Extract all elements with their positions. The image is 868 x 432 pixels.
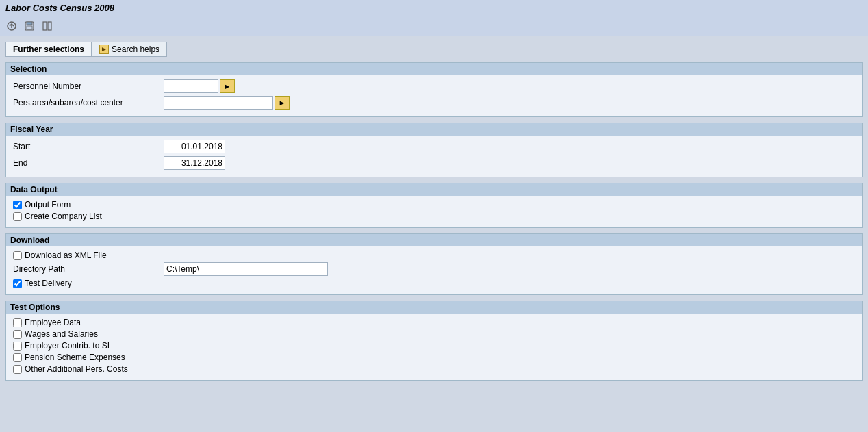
further-selections-label: Further selections — [13, 45, 84, 54]
download-body: Download as XML File Directory Path Test… — [6, 246, 862, 294]
output-form-checkbox[interactable] — [13, 201, 22, 209]
pers-area-label: Pers.area/subarea/cost center — [13, 98, 164, 107]
svg-rect-2 — [27, 22, 32, 25]
title-bar: Labor Costs Census 2008 — [0, 0, 868, 16]
fiscal-year-header: Fiscal Year — [6, 123, 862, 136]
search-helps-arrow-icon: ► — [99, 45, 109, 54]
test-delivery-row: Test Delivery — [13, 279, 855, 288]
fiscal-year-body: Start End — [6, 136, 862, 177]
output-form-row: Output Form — [13, 200, 855, 209]
download-xml-checkbox[interactable] — [13, 251, 22, 260]
pers-area-input[interactable] — [164, 96, 273, 110]
search-helps-button[interactable]: ► Search helps — [92, 42, 167, 57]
personnel-number-arrow-btn[interactable]: ► — [220, 79, 235, 93]
selection-body: Personnel Number ► Pers.area/subarea/cos… — [6, 75, 862, 116]
pension-scheme-checkbox[interactable] — [13, 353, 22, 362]
employee-data-checkbox[interactable] — [13, 318, 22, 327]
other-additional-checkbox[interactable] — [13, 365, 22, 374]
employee-data-label: Employee Data — [25, 318, 81, 327]
start-row: Start — [13, 140, 855, 153]
svg-rect-5 — [48, 22, 51, 30]
start-input[interactable] — [164, 140, 225, 153]
test-delivery-label: Test Delivery — [25, 279, 72, 288]
output-form-label: Output Form — [25, 200, 71, 209]
data-output-section: Data Output Output Form Create Company L… — [5, 183, 863, 228]
end-row: End — [13, 156, 855, 170]
data-output-body: Output Form Create Company List — [6, 196, 862, 227]
create-company-list-row: Create Company List — [13, 212, 855, 221]
other-additional-label: Other Additional Pers. Costs — [25, 364, 128, 374]
directory-path-input[interactable] — [164, 262, 328, 276]
download-xml-row: Download as XML File — [13, 251, 855, 260]
directory-path-label: Directory Path — [13, 264, 164, 274]
create-company-list-checkbox[interactable] — [13, 212, 22, 221]
download-header: Download — [6, 234, 862, 246]
create-company-list-label: Create Company List — [25, 212, 102, 221]
test-options-section: Test Options Employee Data Wages and Sal… — [5, 301, 863, 381]
directory-path-row: Directory Path — [13, 262, 855, 276]
pers-area-row: Pers.area/subarea/cost center ► — [13, 96, 855, 110]
employer-contrib-checkbox[interactable] — [13, 342, 22, 351]
further-selections-button[interactable]: Further selections — [5, 42, 92, 57]
page-title: Labor Costs Census 2008 — [5, 3, 114, 13]
other-additional-row: Other Additional Pers. Costs — [13, 364, 855, 374]
personnel-number-row: Personnel Number ► — [13, 79, 855, 93]
personnel-number-input[interactable] — [164, 79, 218, 93]
employee-data-row: Employee Data — [13, 318, 855, 327]
content-area: Further selections ► Search helps Select… — [0, 36, 868, 392]
employer-contrib-label: Employer Contrib. to SI — [25, 341, 110, 351]
pension-scheme-row: Pension Scheme Expenses — [13, 353, 855, 362]
wages-salaries-label: Wages and Salaries — [25, 329, 98, 339]
end-input[interactable] — [164, 156, 225, 170]
data-output-header: Data Output — [6, 183, 862, 196]
test-options-body: Employee Data Wages and Salaries Employe… — [6, 314, 862, 380]
nav-toolbar-icon[interactable] — [4, 18, 19, 34]
svg-rect-4 — [43, 22, 47, 30]
wages-salaries-checkbox[interactable] — [13, 330, 22, 339]
layout-toolbar-icon[interactable] — [40, 18, 55, 34]
end-label: End — [13, 158, 164, 168]
search-helps-label: Search helps — [112, 45, 159, 54]
selection-section: Selection Personnel Number ► Pers.area/s… — [5, 62, 863, 117]
fiscal-year-section: Fiscal Year Start End — [5, 123, 863, 177]
pension-scheme-label: Pension Scheme Expenses — [25, 353, 125, 362]
employer-contrib-row: Employer Contrib. to SI — [13, 341, 855, 351]
toolbar — [0, 16, 868, 36]
wages-salaries-row: Wages and Salaries — [13, 329, 855, 339]
download-section: Download Download as XML File Directory … — [5, 233, 863, 295]
pers-area-arrow-btn[interactable]: ► — [275, 96, 290, 110]
svg-rect-3 — [27, 26, 32, 29]
start-label: Start — [13, 142, 164, 151]
selection-header: Selection — [6, 63, 862, 75]
test-delivery-checkbox[interactable] — [13, 279, 22, 288]
personnel-number-label: Personnel Number — [13, 81, 164, 91]
save-toolbar-icon[interactable] — [22, 18, 37, 34]
test-options-header: Test Options — [6, 301, 862, 314]
download-xml-label: Download as XML File — [25, 251, 107, 260]
button-bar: Further selections ► Search helps — [5, 42, 863, 57]
